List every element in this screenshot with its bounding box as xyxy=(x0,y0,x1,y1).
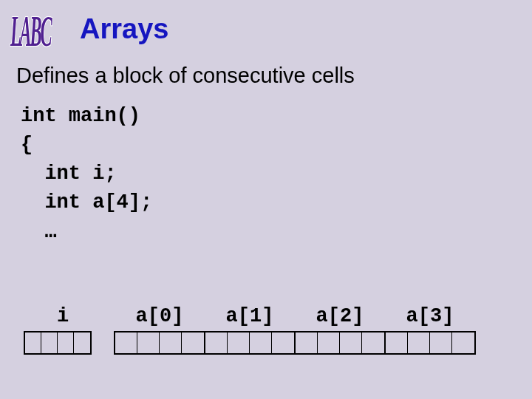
logo: LABC xyxy=(10,6,50,57)
gap xyxy=(92,331,114,355)
label-a0: a[0] xyxy=(115,305,205,327)
byte-cell xyxy=(228,332,250,353)
code-line: int main() xyxy=(21,105,140,127)
code-line: int a[4]; xyxy=(21,191,152,214)
label-i: i xyxy=(30,305,96,327)
byte-cell xyxy=(41,332,58,353)
byte-cell xyxy=(272,332,294,353)
memory-labels: i a[0] a[1] a[2] a[3] xyxy=(30,305,475,327)
cell-a2 xyxy=(296,332,386,353)
byte-cell xyxy=(250,332,272,353)
byte-cell xyxy=(74,332,90,353)
byte-cell xyxy=(25,332,41,353)
code-line: int i; xyxy=(21,163,117,185)
byte-cell xyxy=(452,332,474,353)
byte-cell xyxy=(205,332,228,353)
byte-cell xyxy=(137,332,160,353)
code-line: { xyxy=(21,134,33,156)
memory-diagram xyxy=(24,331,476,355)
byte-cell xyxy=(160,332,182,353)
slide-title: Arrays xyxy=(80,13,168,45)
label-a1: a[1] xyxy=(205,305,295,327)
byte-cell xyxy=(115,332,137,353)
code-line: … xyxy=(21,221,57,243)
byte-cell xyxy=(386,332,408,353)
slide-subtitle: Defines a block of consecutive cells xyxy=(16,64,355,88)
byte-cell xyxy=(362,332,384,353)
array-cells xyxy=(114,331,476,355)
code-block: int main() { int i; int a[4]; … xyxy=(21,102,152,247)
byte-cell xyxy=(340,332,362,353)
byte-cell xyxy=(182,332,204,353)
byte-cell xyxy=(430,332,452,353)
label-a3: a[3] xyxy=(385,305,475,327)
label-a2: a[2] xyxy=(295,305,385,327)
byte-cell xyxy=(318,332,340,353)
cell-a1 xyxy=(205,332,296,353)
cell-a3 xyxy=(386,332,474,353)
cell-a0 xyxy=(115,332,205,353)
byte-cell xyxy=(296,332,318,353)
byte-cell xyxy=(58,332,74,353)
cell-i xyxy=(24,331,92,355)
byte-cell xyxy=(408,332,430,353)
